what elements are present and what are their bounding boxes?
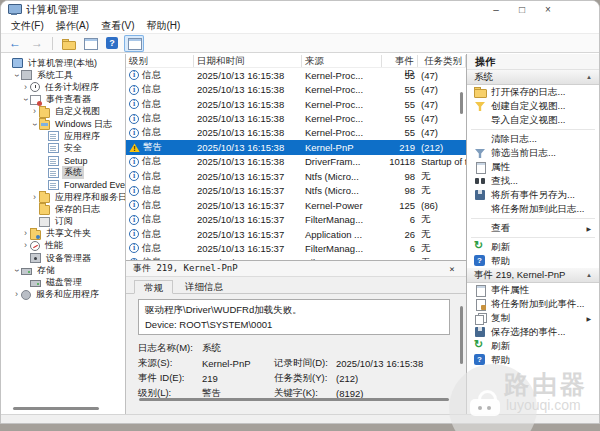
column-header[interactable]: 事件 ID [382,55,418,67]
tree-item[interactable]: 设备管理器 [1,252,125,264]
action-label: 清除日志... [491,133,537,146]
chevron-open-icon[interactable]: › [12,266,21,275]
chevron-closed-icon[interactable]: › [30,107,39,116]
event-row[interactable]: 信息2025/10/13 16:15:38DriverFram...10118S… [126,155,466,169]
event-row[interactable]: 信息2025/10/13 16:15:37Ntfs (Micro...98无 [126,169,466,183]
event-list-vertical-scrollbar[interactable] [460,92,463,114]
maximize-button[interactable]: □ [509,2,535,17]
chevron-open-icon[interactable]: › [12,71,21,80]
chevron-closed-icon[interactable]: › [30,193,39,202]
forward-button[interactable] [27,35,47,52]
back-button[interactable] [5,35,25,52]
section-header[interactable]: 事件 219, Kernel-PnP▲ [467,268,599,283]
menu-item[interactable]: 帮助(H) [140,19,186,33]
detail-tab[interactable]: 常规 [134,280,173,294]
level-label: 信息 [142,199,161,212]
action-item[interactable]: 查找... [467,174,599,188]
collapse-icon[interactable]: ▲ [586,272,592,278]
tree-item[interactable]: ›系统工具 [1,69,125,81]
menu-item[interactable]: 查看(V) [95,19,140,33]
event-row[interactable]: 警告2025/10/13 16:15:38Kernel-PnP219(212) [126,140,466,154]
event-row[interactable]: 信息2025/10/13 16:15:37Ntfs (Micro...98无 [126,184,466,198]
field-label: 日志名称(M): [138,342,202,355]
tree-item[interactable]: ›性能 [1,240,125,252]
tree-item[interactable]: ›任务计划程序 [1,81,125,93]
event-row[interactable]: 信息2025/10/13 16:15:38Kernel-Proc...55(47… [126,97,466,111]
close-button[interactable]: × [535,2,561,17]
tree-item[interactable]: Setup [1,155,125,167]
action-item[interactable]: 导入自定义视图... [467,113,599,127]
event-row[interactable]: 信息2025/10/13 16:15:38Kernel-Proc...55(47… [126,68,466,82]
action-item[interactable]: 属性 [467,160,599,174]
minimize-button[interactable]: – [483,2,509,17]
tree-item[interactable]: ›存储 [1,264,125,276]
chevron-open-icon[interactable]: › [21,95,30,104]
help-button[interactable] [102,35,122,52]
tree-item[interactable]: ›服务和应用程序 [1,289,125,301]
event-row[interactable]: 信息2025/10/13 16:15:37FilterManag...6无 [126,241,466,255]
action-item[interactable]: 保存选择的事件... [467,325,599,339]
computer-management-window: 计算机管理 – □ × 文件(F)操作(A)查看(V)帮助(H) 计算机管理(本… [0,0,600,424]
chevron-closed-icon[interactable]: › [21,229,30,238]
event-row[interactable]: 信息2025/10/13 16:15:37FilterManag...6无 [126,212,466,226]
level-cell: 信息 [126,83,194,96]
level-cell: 信息 [126,155,194,168]
event-row[interactable]: 信息2025/10/13 16:15:38Kernel-Proc...55(47… [126,126,466,140]
column-header[interactable]: 级别 [126,55,194,67]
tree-item[interactable]: ›事件查看器 [1,94,125,106]
tree-item-label: 磁盘管理 [44,276,84,289]
tree-item[interactable]: 计算机管理(本地) [1,57,125,69]
chevron-closed-icon[interactable]: › [12,290,21,299]
detail-vertical-scrollbar[interactable] [460,306,463,364]
action-item[interactable]: 帮助 [467,254,599,268]
action-item[interactable]: 刷新 [467,240,599,254]
chevron-closed-icon[interactable]: › [21,83,30,92]
action-item[interactable]: 清除日志... [467,132,599,146]
action-item[interactable]: 将任务附加到此事件... [467,297,599,311]
action-item[interactable]: 复制▶ [467,311,599,325]
detail-tab[interactable]: 详细信息 [176,280,232,293]
title-bar[interactable]: 计算机管理 – □ × [1,1,599,18]
event-message-box[interactable]: 驱动程序\Driver\WUDFRd加载失败。 Device: ROOT\SYS… [138,299,450,335]
detail-horizontal-scrollbar[interactable] [139,398,449,401]
tree-item[interactable]: ›Windows 日志 [1,118,125,130]
tree-item[interactable]: 保存的日志 [1,203,125,215]
action-item[interactable]: 筛选当前日志... [467,146,599,160]
chevron-closed-icon[interactable]: › [21,241,30,250]
column-header[interactable]: 日期和时间 [194,55,302,67]
chevron-open-icon[interactable]: › [30,120,39,129]
console-tree-button[interactable] [80,35,100,52]
tree-item[interactable]: ›应用程序和服务日志 [1,191,125,203]
tree-item[interactable]: 应用程序 [1,130,125,142]
action-item[interactable]: 将所有事件另存为... [467,188,599,202]
tree-item[interactable]: ›共享文件夹 [1,228,125,240]
level-label: 信息 [142,242,161,255]
action-item[interactable]: 刷新 [467,339,599,353]
section-header[interactable]: 系统▲ [467,70,599,85]
action-item[interactable]: 创建自定义视图... [467,99,599,113]
action-item[interactable]: 查看▶ [467,221,599,235]
menu-item[interactable]: 操作(A) [50,19,95,33]
tree-item[interactable]: ›自定义视图 [1,106,125,118]
column-header[interactable]: 来源 [302,55,382,67]
action-item[interactable]: 将任务附加到此日志... [467,202,599,216]
column-header[interactable]: 任务类别 [418,55,466,67]
action-pane-button[interactable] [124,35,144,52]
collapse-icon[interactable]: ▲ [586,74,592,80]
event-row[interactable]: 信息2025/10/13 16:15:38Kernel-Proc...55(47… [126,111,466,125]
event-row[interactable]: 信息2025/10/13 16:15:37Application ...26无 [126,227,466,241]
tree-item[interactable]: 磁盘管理 [1,276,125,288]
tree-item[interactable]: 系统 [1,167,125,179]
event-row[interactable]: 信息2025/10/13 16:15:37Kernel-Power125(86) [126,198,466,212]
action-item[interactable]: 打开保存的日志... [467,85,599,99]
action-item[interactable]: 帮助 [467,353,599,367]
tree-item[interactable]: Forwarded Even [1,179,125,191]
tree-horizontal-scrollbar[interactable] [13,407,99,410]
event-row[interactable]: 信息2025/10/13 16:15:38Kernel-Proc...55(47… [126,82,466,96]
detail-close-icon[interactable]: × [445,264,459,274]
folder-up-button[interactable] [58,35,78,52]
action-item[interactable]: 事件属性 [467,283,599,297]
tree-item[interactable]: 订阅 [1,215,125,227]
tree-item[interactable]: 安全 [1,142,125,154]
menu-item[interactable]: 文件(F) [5,19,50,33]
